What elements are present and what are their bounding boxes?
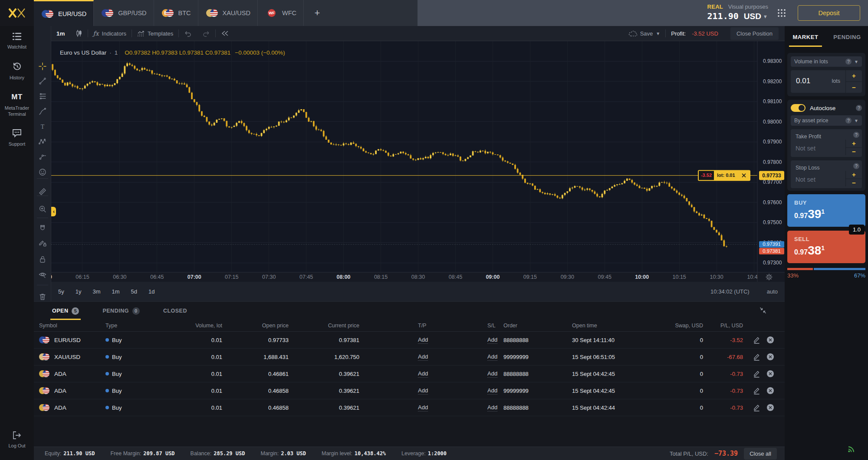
brush-tool[interactable] [38, 107, 47, 116]
price-chart[interactable]: -3.52lot: 0.010.983000.982000.981000.980… [51, 41, 785, 282]
take-profit-field[interactable]: Take Profit Not set ? + − [791, 129, 862, 157]
positions-tab-closed[interactable]: CLOSED [163, 302, 187, 320]
close-all-button[interactable]: Close all [744, 448, 777, 460]
help-icon[interactable]: ? [845, 59, 852, 65]
tab-pending[interactable]: PENDING [826, 26, 868, 48]
volume-value[interactable]: 0.01 [796, 77, 810, 85]
indicators-button[interactable]: ƒx Indicators [88, 26, 132, 41]
positions-tab-pending[interactable]: PENDING0 [102, 302, 139, 320]
close-order-icon[interactable] [766, 370, 774, 378]
exness-logo[interactable] [0, 0, 34, 26]
symbol-tab-gbpusd[interactable]: GBP/USD [94, 0, 154, 26]
symbol-tab-xauusd[interactable]: XAU/USD [198, 0, 258, 26]
tab-market[interactable]: MARKET [785, 26, 826, 48]
undo-button[interactable] [179, 26, 197, 41]
help-icon[interactable]: ? [856, 105, 862, 111]
apps-grid-icon[interactable] [777, 8, 786, 20]
open-time-cell: 30 Sept 14:11:40 [572, 337, 668, 343]
fib-retracement-tool[interactable] [38, 91, 47, 101]
zoom-in-tool[interactable] [38, 204, 47, 214]
magnet-tool[interactable] [38, 223, 47, 233]
drawing-lock-tool[interactable] [38, 238, 47, 248]
close-order-icon[interactable] [766, 353, 774, 361]
redo-button[interactable] [197, 26, 215, 41]
close-by-dropdown[interactable]: By asset price ?▼ [791, 115, 862, 126]
edit-order-icon[interactable] [753, 404, 760, 411]
range-preset-1d[interactable]: 1d [148, 288, 155, 295]
sidebar-item-support[interactable]: Support [0, 122, 34, 152]
positions-tab-open[interactable]: OPEN5 [52, 302, 79, 320]
table-row: XAU/USDBuy0.011,688.4311,620.750AddAdd99… [34, 349, 785, 365]
tp-increase-button[interactable]: + [846, 140, 862, 148]
stop-loss-field[interactable]: Stop Loss Not set ? + − [791, 160, 862, 188]
templates-button[interactable]: Templates [132, 26, 178, 41]
sidebar-item-mt[interactable]: MTMetaTrader Terminal [0, 86, 34, 123]
logout-button[interactable]: Log Out [0, 425, 34, 454]
scroll-back-button[interactable] [216, 26, 234, 41]
add-tp-link[interactable]: Add [418, 387, 428, 395]
add-sl-link[interactable]: Add [487, 336, 497, 344]
lock-all-tool[interactable] [38, 254, 47, 264]
ruler-tool[interactable] [38, 187, 47, 196]
close-order-icon[interactable] [766, 404, 774, 411]
sl-cell: Add [487, 404, 503, 411]
chart-style-button[interactable] [70, 26, 88, 41]
edit-order-icon[interactable] [753, 370, 760, 378]
volume-mode-dropdown[interactable]: Volume in lots ?▼ [791, 56, 862, 67]
add-tp-link[interactable]: Add [418, 370, 428, 378]
edit-order-icon[interactable] [753, 353, 760, 361]
sidebar-item-history[interactable]: History [0, 55, 34, 86]
positions-tab-badge: 5 [72, 307, 79, 315]
add-symbol-tab-button[interactable]: + [304, 0, 331, 26]
symbol-tab-eurusd[interactable]: EUR/USD [34, 0, 94, 26]
sl-decrease-button[interactable]: − [846, 179, 862, 187]
timezone-mode[interactable]: auto [767, 288, 778, 295]
account-summary[interactable]: REAL Visual purposes 211.90 USD▼ [707, 3, 768, 21]
hide-drawings-tool[interactable] [38, 270, 47, 279]
add-tp-link[interactable]: Add [418, 404, 428, 411]
trend-line-tool[interactable] [38, 76, 47, 86]
range-preset-5d[interactable]: 5d [131, 288, 137, 295]
range-preset-3m[interactable]: 3m [92, 288, 100, 295]
add-sl-link[interactable]: Add [487, 370, 497, 378]
help-icon[interactable]: ? [853, 163, 859, 169]
help-icon[interactable]: ? [845, 117, 852, 124]
volume-increase-button[interactable]: + [846, 70, 862, 82]
text-tool[interactable]: T [38, 122, 47, 131]
collapse-panel-icon[interactable] [760, 307, 766, 316]
timeframe-button[interactable]: 1m [51, 26, 70, 41]
range-preset-1m[interactable]: 1m [112, 288, 120, 295]
forecast-tool[interactable] [38, 152, 47, 162]
range-preset-5y[interactable]: 5y [58, 288, 64, 295]
xabcd-pattern-tool[interactable] [38, 137, 47, 147]
edit-order-icon[interactable] [753, 336, 760, 344]
volume-decrease-button[interactable]: − [846, 82, 862, 93]
symbol-tab-wfc[interactable]: WFWFC [258, 0, 304, 26]
sidebar-item-watchlist[interactable]: Watchlist [0, 26, 34, 55]
autoclose-toggle[interactable] [791, 104, 806, 112]
remove-drawings-tool[interactable] [38, 292, 47, 301]
add-sl-link[interactable]: Add [487, 387, 497, 395]
deposit-button[interactable]: Deposit [798, 5, 860, 21]
add-tp-link[interactable]: Add [418, 336, 428, 344]
close-position-button[interactable]: Close Position [730, 27, 779, 40]
buy-button[interactable]: BUY 0.97391 [787, 194, 865, 227]
symbol-tab-btc[interactable]: ₿BTC [154, 0, 198, 26]
add-tp-link[interactable]: Add [418, 353, 428, 361]
add-sl-link[interactable]: Add [487, 404, 497, 411]
help-icon[interactable]: ? [853, 132, 859, 138]
sl-increase-button[interactable]: + [846, 171, 862, 179]
volume-field[interactable]: 0.01 lots + − [791, 70, 862, 93]
open-price-cell: 0.46858 [222, 405, 289, 411]
edit-order-icon[interactable] [753, 387, 760, 395]
lock-all-icon [38, 255, 47, 264]
tp-decrease-button[interactable]: − [846, 148, 862, 156]
add-sl-link[interactable]: Add [487, 353, 497, 361]
close-order-icon[interactable] [766, 336, 774, 344]
save-button[interactable]: Save ▼ [623, 26, 666, 41]
close-order-icon[interactable] [766, 387, 774, 395]
sell-button[interactable]: SELL 0.97381 [787, 231, 865, 263]
crosshair-tool[interactable] [38, 62, 47, 71]
range-preset-1y[interactable]: 1y [76, 288, 82, 295]
emoji-tool[interactable] [38, 167, 47, 177]
